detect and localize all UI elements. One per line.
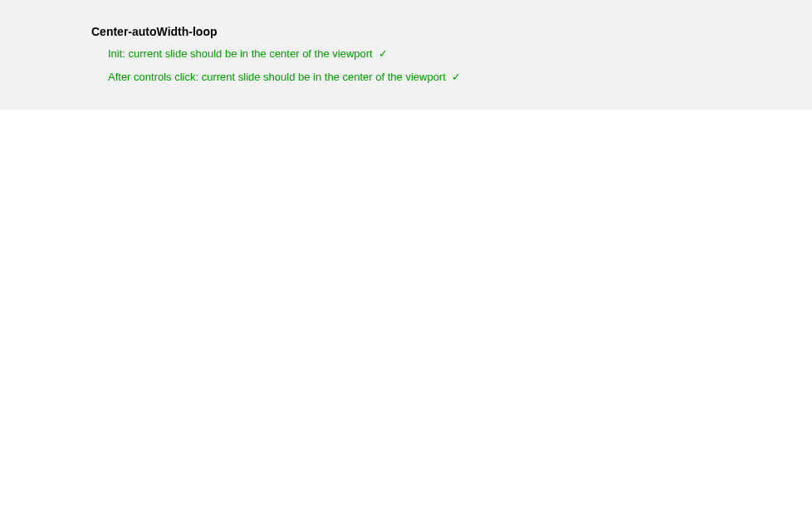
test-item: After controls click: current slide shou… bbox=[108, 70, 812, 85]
test-item: Init: current slide should be in the cen… bbox=[108, 47, 812, 61]
test-results-panel: Center-autoWidth-loop Init: current slid… bbox=[0, 0, 812, 110]
checkmark-icon: ✓ bbox=[452, 71, 461, 83]
test-suite-title: Center-autoWidth-loop bbox=[0, 25, 812, 38]
test-item-label: After controls click: current slide shou… bbox=[108, 71, 446, 83]
checkmark-icon: ✓ bbox=[379, 47, 388, 60]
test-items: Init: current slide should be in the cen… bbox=[0, 47, 812, 85]
test-item-label: Init: current slide should be in the cen… bbox=[108, 47, 373, 60]
